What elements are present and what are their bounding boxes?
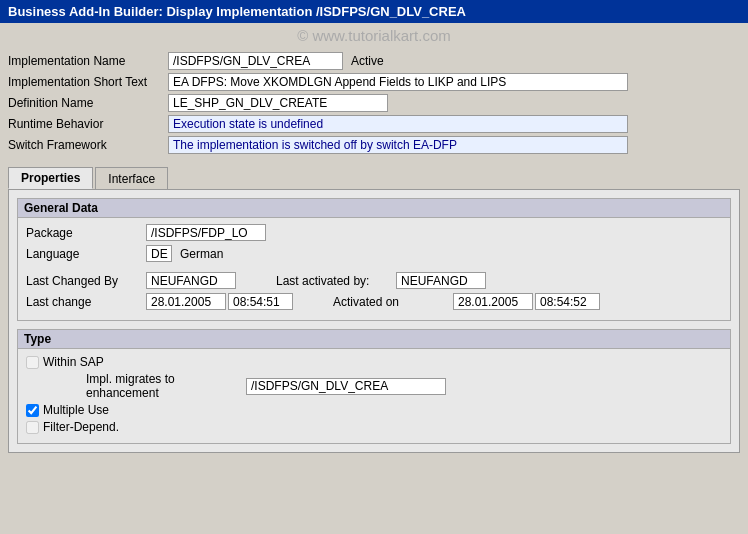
switch-value: The implementation is switched off by sw…: [168, 136, 628, 154]
tab-interface[interactable]: Interface: [95, 167, 168, 189]
package-value: /ISDFPS/FDP_LO: [146, 224, 266, 241]
type-section: Type Within SAP Impl. migrates to enhanc…: [17, 329, 731, 444]
multiple-use-label: Multiple Use: [43, 403, 109, 417]
watermark: © www.tutorialkart.com: [0, 23, 748, 48]
filter-depend-row: Filter-Depend.: [26, 420, 722, 434]
runtime-row: Runtime Behavior Execution state is unde…: [8, 115, 740, 133]
package-label: Package: [26, 226, 146, 240]
impl-migrates-value: /ISDFPS/GN_DLV_CREA: [246, 378, 446, 395]
def-name-value: LE_SHP_GN_DLV_CREATE: [168, 94, 388, 112]
last-change-time: 08:54:51: [228, 293, 293, 310]
impl-name-row: Implementation Name /ISDFPS/GN_DLV_CREA …: [8, 52, 740, 70]
impl-short-text-label: Implementation Short Text: [8, 75, 168, 89]
title-bar: Business Add-In Builder: Display Impleme…: [0, 0, 748, 23]
last-changed-by-row: Last Changed By NEUFANGD Last activated …: [26, 272, 722, 289]
language-value: German: [176, 246, 227, 262]
impl-short-text-value: EA DFPS: Move XKOMDLGN Append Fields to …: [168, 73, 628, 91]
last-change-label: Last change: [26, 295, 146, 309]
package-row: Package /ISDFPS/FDP_LO: [26, 224, 722, 241]
type-header: Type: [18, 330, 730, 349]
last-change-date: 28.01.2005: [146, 293, 226, 310]
type-content: Within SAP Impl. migrates to enhancement…: [18, 349, 730, 443]
last-changed-by-value: NEUFANGD: [146, 272, 236, 289]
general-data-content: Package /ISDFPS/FDP_LO Language DE Germa…: [18, 218, 730, 320]
impl-name-label: Implementation Name: [8, 54, 168, 68]
last-changed-by-label: Last Changed By: [26, 274, 146, 288]
main-panel: General Data Package /ISDFPS/FDP_LO Lang…: [8, 189, 740, 453]
last-activated-by-group: Last activated by: NEUFANGD: [276, 272, 486, 289]
title-text: Business Add-In Builder: Display Impleme…: [8, 4, 466, 19]
multiple-use-row: Multiple Use: [26, 403, 722, 417]
last-activated-by-label: Last activated by:: [276, 274, 396, 288]
multiple-use-checkbox[interactable]: [26, 404, 39, 417]
filter-depend-label: Filter-Depend.: [43, 420, 119, 434]
language-label: Language: [26, 247, 146, 261]
within-sap-label: Within SAP: [43, 355, 104, 369]
last-activated-by-value: NEUFANGD: [396, 272, 486, 289]
impl-migrates-label: Impl. migrates to enhancement: [86, 372, 246, 400]
within-sap-row: Within SAP: [26, 355, 722, 369]
general-data-section: General Data Package /ISDFPS/FDP_LO Lang…: [17, 198, 731, 321]
def-name-label: Definition Name: [8, 96, 168, 110]
def-name-row: Definition Name LE_SHP_GN_DLV_CREATE: [8, 94, 740, 112]
tabs-area: Properties Interface: [0, 161, 748, 189]
impl-short-text-row: Implementation Short Text EA DFPS: Move …: [8, 73, 740, 91]
runtime-label: Runtime Behavior: [8, 117, 168, 131]
language-code: DE: [146, 245, 172, 262]
activated-on-time: 08:54:52: [535, 293, 600, 310]
form-area: Implementation Name /ISDFPS/GN_DLV_CREA …: [0, 48, 748, 161]
filter-depend-checkbox[interactable]: [26, 421, 39, 434]
language-row: Language DE German: [26, 245, 722, 262]
last-change-row: Last change 28.01.2005 08:54:51 Activate…: [26, 293, 722, 310]
impl-migrates-row: Impl. migrates to enhancement /ISDFPS/GN…: [26, 372, 722, 400]
runtime-value: Execution state is undefined: [168, 115, 628, 133]
active-text: Active: [351, 54, 384, 68]
general-data-header: General Data: [18, 199, 730, 218]
impl-name-value: /ISDFPS/GN_DLV_CREA: [168, 52, 343, 70]
watermark-text: © www.tutorialkart.com: [297, 27, 451, 44]
tab-properties[interactable]: Properties: [8, 167, 93, 189]
activated-on-label: Activated on: [333, 295, 453, 309]
activated-on-date: 28.01.2005: [453, 293, 533, 310]
switch-row: Switch Framework The implementation is s…: [8, 136, 740, 154]
within-sap-checkbox[interactable]: [26, 356, 39, 369]
activated-on-group: Activated on 28.01.2005 08:54:52: [333, 293, 600, 310]
switch-label: Switch Framework: [8, 138, 168, 152]
